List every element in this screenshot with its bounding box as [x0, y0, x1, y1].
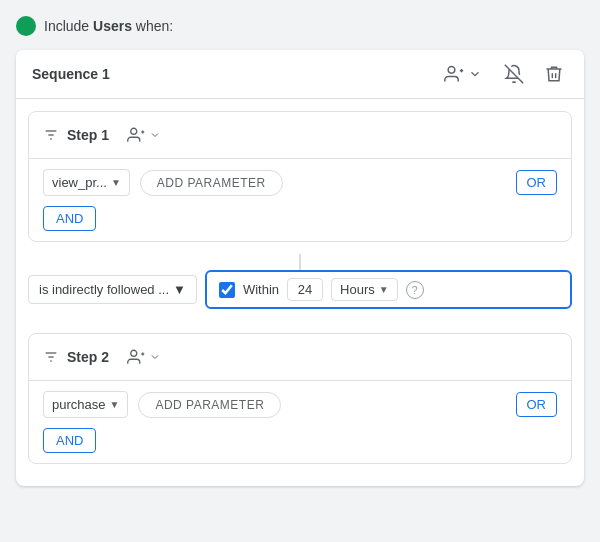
sequence-container: Sequence 1	[16, 50, 584, 486]
within-box: Within Hours ▼ ?	[205, 270, 572, 309]
connector-top	[16, 254, 584, 270]
step1-event-row: view_pr... ▼ ADD PARAMETER OR	[43, 169, 557, 196]
svg-point-0	[448, 67, 455, 74]
step2-add-param-button[interactable]: ADD PARAMETER	[138, 392, 281, 418]
step2-or-button[interactable]: OR	[516, 392, 558, 417]
step1-event-select[interactable]: view_pr... ▼	[43, 169, 130, 196]
svg-point-13	[131, 350, 137, 356]
step2-content: purchase ▼ ADD PARAMETER OR AND	[29, 381, 571, 463]
within-number-input[interactable]	[287, 278, 323, 301]
step1-block: Step 1 view_pr... ▼ ADD P	[28, 111, 572, 242]
connector-line-top	[299, 254, 301, 270]
dropdown-chevron-icon	[468, 67, 482, 81]
step2-header: Step 2	[29, 334, 571, 381]
help-icon[interactable]: ?	[406, 281, 424, 299]
step2-user-button[interactable]	[121, 344, 167, 370]
indirect-follow-select[interactable]: is indirectly followed ... ▼	[28, 275, 197, 304]
step2-event-chevron-icon: ▼	[109, 399, 119, 410]
notification-off-icon	[504, 64, 524, 84]
step1-user-button[interactable]	[121, 122, 167, 148]
within-unit-select[interactable]: Hours ▼	[331, 278, 398, 301]
step2-event-select[interactable]: purchase ▼	[43, 391, 128, 418]
step2-chevron-icon	[149, 351, 161, 363]
entity-label: Users	[93, 18, 132, 34]
step2-block: Step 2 purchase ▼ ADD PARAMETER	[28, 333, 572, 464]
header-text: Include Users when:	[44, 18, 173, 34]
step1-add-param-button[interactable]: ADD PARAMETER	[140, 170, 283, 196]
step1-content: view_pr... ▼ ADD PARAMETER OR AND	[29, 159, 571, 241]
indirect-follow-row: is indirectly followed ... ▼ Within Hour…	[16, 270, 584, 321]
step2-and-button[interactable]: AND	[43, 428, 96, 453]
filter-icon	[43, 127, 59, 143]
step1-or-button[interactable]: OR	[516, 170, 558, 195]
sequence-header: Sequence 1	[16, 50, 584, 99]
green-dot-indicator	[16, 16, 36, 36]
step1-and-button[interactable]: AND	[43, 206, 96, 231]
step2-filter-icon	[43, 349, 59, 365]
indirect-chevron-icon: ▼	[173, 282, 186, 297]
header-row: Include Users when:	[16, 16, 584, 36]
within-unit-chevron-icon: ▼	[379, 284, 389, 295]
trash-icon	[544, 64, 564, 84]
within-checkbox[interactable]	[219, 282, 235, 298]
step1-chevron-icon	[149, 129, 161, 141]
svg-point-7	[131, 128, 137, 134]
within-label: Within	[243, 282, 279, 297]
sequence-title: Sequence 1	[32, 66, 110, 82]
step2-user-icon	[127, 348, 145, 366]
delete-sequence-button[interactable]	[540, 60, 568, 88]
sequence-header-actions	[438, 60, 568, 88]
notification-off-button[interactable]	[500, 60, 528, 88]
step1-label: Step 1	[67, 127, 109, 143]
step1-user-icon	[127, 126, 145, 144]
bottom-spacer	[16, 476, 584, 486]
add-user-button[interactable]	[438, 60, 488, 88]
step1-event-chevron-icon: ▼	[111, 177, 121, 188]
step2-label: Step 2	[67, 349, 109, 365]
user-add-icon	[444, 64, 464, 84]
step1-header: Step 1	[29, 112, 571, 159]
step2-event-row: purchase ▼ ADD PARAMETER OR	[43, 391, 557, 418]
svg-line-3	[505, 65, 523, 83]
